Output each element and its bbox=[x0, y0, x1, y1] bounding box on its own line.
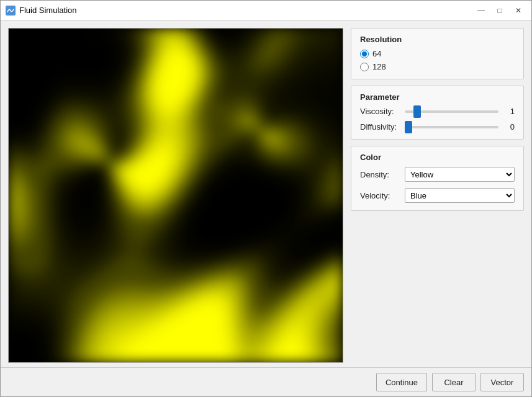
color-title: Color bbox=[360, 153, 515, 162]
clear-button[interactable]: Clear bbox=[432, 373, 476, 391]
app-icon bbox=[6, 6, 16, 16]
main-window: Fluid Simulation — □ ✕ Resolution 64 bbox=[0, 0, 532, 397]
window-body: Resolution 64 128 Parameter Viscosity: bbox=[1, 20, 531, 367]
diffusivity-slider[interactable] bbox=[405, 126, 498, 128]
velocity-select[interactable]: Blue Red Green Yellow White bbox=[405, 188, 515, 203]
fluid-canvas bbox=[9, 29, 343, 362]
color-section: Color Density: Yellow Red Green Blue Whi… bbox=[351, 146, 524, 211]
resolution-64-item[interactable]: 64 bbox=[360, 49, 515, 58]
resolution-radio-group: 64 128 bbox=[360, 49, 515, 71]
viscosity-row: Viscosity: 1 bbox=[360, 107, 515, 116]
title-bar: Fluid Simulation — □ ✕ bbox=[1, 1, 531, 20]
right-panel: Resolution 64 128 Parameter Viscosity: bbox=[351, 28, 524, 360]
bottom-bar: Continue Clear Vector bbox=[1, 367, 531, 396]
resolution-64-radio[interactable] bbox=[360, 50, 369, 58]
maximize-button[interactable]: □ bbox=[492, 4, 508, 17]
velocity-row: Velocity: Blue Red Green Yellow White bbox=[360, 188, 515, 203]
viscosity-slider[interactable] bbox=[405, 110, 498, 113]
viscosity-value: 1 bbox=[502, 107, 515, 116]
fluid-canvas-area[interactable] bbox=[8, 28, 343, 363]
density-label: Density: bbox=[360, 170, 405, 179]
resolution-128-label: 128 bbox=[372, 62, 386, 71]
diffusivity-label: Diffusivity: bbox=[360, 122, 405, 132]
viscosity-label: Viscosity: bbox=[360, 107, 405, 116]
density-select[interactable]: Yellow Red Green Blue White bbox=[405, 167, 515, 182]
vector-button[interactable]: Vector bbox=[480, 373, 524, 391]
resolution-64-label: 64 bbox=[372, 49, 381, 58]
close-button[interactable]: ✕ bbox=[510, 4, 526, 17]
velocity-label: Velocity: bbox=[360, 191, 405, 200]
resolution-128-radio[interactable] bbox=[360, 63, 369, 71]
parameter-title: Parameter bbox=[360, 92, 515, 102]
diffusivity-row: Diffusivity: 0 bbox=[360, 122, 515, 132]
window-controls: — □ ✕ bbox=[473, 4, 526, 17]
density-row: Density: Yellow Red Green Blue White bbox=[360, 167, 515, 182]
continue-button[interactable]: Continue bbox=[376, 373, 427, 391]
resolution-title: Resolution bbox=[360, 35, 515, 44]
minimize-button[interactable]: — bbox=[473, 4, 489, 17]
resolution-128-item[interactable]: 128 bbox=[360, 62, 515, 71]
resolution-section: Resolution 64 128 bbox=[351, 28, 524, 79]
parameter-section: Parameter Viscosity: 1 Diffusivity: 0 bbox=[351, 86, 524, 140]
window-title: Fluid Simulation bbox=[19, 6, 473, 15]
diffusivity-value: 0 bbox=[502, 122, 515, 132]
